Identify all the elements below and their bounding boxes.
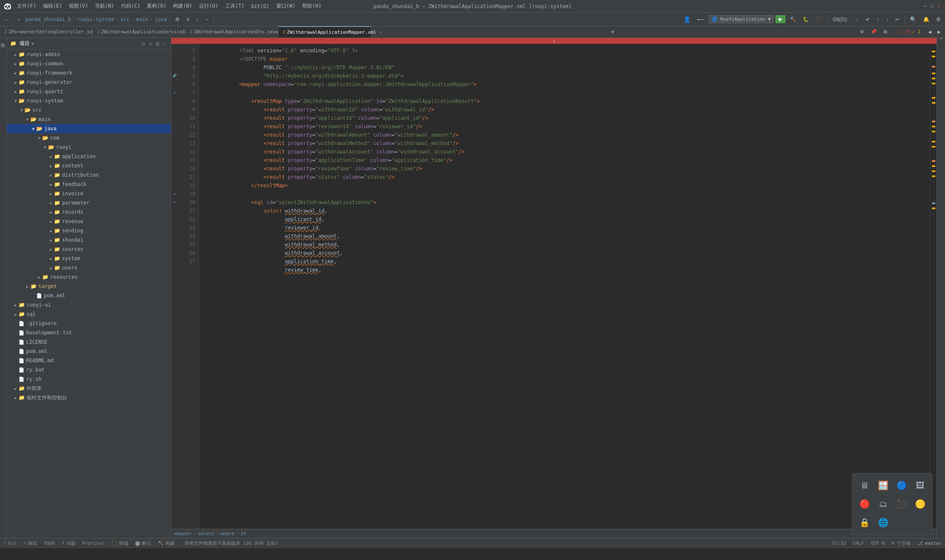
tab-ZWithdrawalApplicationServiceImpl[interactable]: J ZWithdrawalApplicationServiceImpl.java…: [93, 26, 186, 38]
menu-window[interactable]: 窗口(W): [273, 1, 299, 11]
app-selector[interactable]: 🌀 RuoYiApplication ▼: [709, 15, 774, 23]
indent[interactable]: 4 个空格: [891, 540, 911, 547]
tree-item-target[interactable]: ▶ 📁 target: [7, 282, 171, 291]
status-question[interactable]: ? 问题: [62, 540, 76, 547]
git-button[interactable]: Git(G):: [830, 15, 850, 24]
tree-item-ruoyi-generator[interactable]: ▶ 📁 ruoyi-generator: [7, 78, 171, 87]
tree-item-gitignore[interactable]: 📄 .gitignore: [7, 319, 171, 328]
tab-ZParameterSettingController[interactable]: J ZParameterSettingController.java ×: [0, 26, 93, 38]
tab-overflow[interactable]: ▼: [608, 26, 617, 38]
scroll-right[interactable]: ▶: [935, 28, 943, 36]
sidebar-dropdown[interactable]: ▼: [31, 41, 34, 46]
popup-lock[interactable]: 🔒: [856, 514, 873, 531]
code-area[interactable]: 🔗 ▼ ▼ ▼: [171, 38, 937, 529]
notification-button[interactable]: 🔔: [921, 15, 932, 24]
stop-button[interactable]: ⬛: [813, 15, 825, 24]
tree-item-records[interactable]: ▶ 📁 records: [7, 207, 171, 217]
minus-button[interactable]: −: [203, 15, 211, 24]
scroll-left[interactable]: ◀: [926, 28, 934, 36]
menu-code[interactable]: 代码(C): [118, 1, 144, 11]
tree-item-ruoyi-quartz[interactable]: ▶ 📁 ruoyi-quartz: [7, 87, 171, 96]
tree-item-temp[interactable]: ▶ 📁 临时文件和控制台: [7, 393, 171, 402]
maximize-button[interactable]: □: [929, 3, 935, 9]
menu-run[interactable]: 运行(U): [196, 1, 222, 11]
line-ending[interactable]: CRLF: [853, 540, 864, 547]
status-build[interactable]: 🔨 构建: [158, 540, 175, 547]
git-revert[interactable]: ↩: [893, 15, 902, 24]
tree-item-parameter[interactable]: ▶ 📁 parameter: [7, 198, 171, 207]
git-checkmark[interactable]: ✓: [852, 15, 861, 24]
tab-ZWithdrawalApplicationDto[interactable]: J ZWithdrawalApplicationDto.java ×: [186, 26, 278, 38]
bc-project[interactable]: panda_shundai_b: [25, 16, 71, 22]
bc-main[interactable]: main: [136, 16, 148, 22]
tree-item-external[interactable]: ▶ 📁 外部库: [7, 384, 171, 393]
build-button[interactable]: 🔨: [787, 15, 799, 24]
layout-button[interactable]: ≡: [184, 15, 192, 24]
sidebar-sync[interactable]: ⟳: [140, 40, 147, 48]
menu-tools[interactable]: 工具(T): [222, 1, 248, 11]
menu-git[interactable]: Git(G): [248, 2, 273, 11]
bc-src[interactable]: src: [121, 16, 130, 22]
popup-windows[interactable]: 🪟: [875, 477, 891, 494]
tree-item-revenue[interactable]: ▶ 📁 revenue: [7, 217, 171, 226]
tree-item-feedback[interactable]: ▶ 📁 feedback: [7, 180, 171, 189]
split-button[interactable]: ⫶: [194, 15, 201, 24]
tree-item-sql[interactable]: ▶ 📁 sql: [7, 310, 171, 319]
tree-item-development[interactable]: 📄 Development.txt: [7, 328, 171, 337]
menu-view[interactable]: 视图(V): [65, 1, 92, 11]
tab-ZWithdrawalApplicationMapper[interactable]: X ZWithdrawalApplicationMapper.xml ×: [278, 26, 371, 38]
cursor-position[interactable]: 57:32: [832, 540, 846, 547]
status-git[interactable]: ⑃ Git: [3, 541, 16, 546]
tree-item-com[interactable]: ▼ 📂 com: [7, 133, 171, 143]
debug-button[interactable]: 🐛: [800, 15, 812, 24]
settings2-button[interactable]: ⚙: [934, 15, 943, 24]
status-todo[interactable]: TODO: [44, 541, 55, 546]
tree-item-resources[interactable]: ▶ 📁 resources: [7, 272, 171, 282]
back-button[interactable]: ←: [2, 15, 12, 24]
tree-item-sending[interactable]: ▶ 📁 sending: [7, 226, 171, 235]
gutter-19[interactable]: ▼: [171, 190, 178, 198]
status-profiler[interactable]: Profiler: [82, 541, 105, 546]
tree-item-pom-root[interactable]: 📄 pom.xml: [7, 347, 171, 356]
forward-button[interactable]: →: [14, 15, 24, 24]
git-push[interactable]: ↑: [874, 15, 882, 24]
tree-item-ruoyi-system[interactable]: ▼ 📂 ruoyi-system: [7, 96, 171, 105]
git-branch[interactable]: ⎇ master: [918, 540, 942, 547]
tree-item-java[interactable]: ▼ 📂 java: [7, 124, 171, 133]
popup-web[interactable]: 🌐: [875, 514, 891, 531]
gutter-5[interactable]: 🔗: [171, 72, 178, 80]
menu-file[interactable]: 文件(F): [14, 1, 40, 11]
popup-files[interactable]: 🗂: [875, 495, 891, 512]
charset[interactable]: UTF-8: [871, 540, 885, 547]
tree-item-ruoyi-admin[interactable]: ▶ 📁 ruoyi-admin: [7, 50, 171, 59]
tree-item-ruoyi-ui[interactable]: ▶ 📁 ruoyi-ui: [7, 300, 171, 310]
sidebar-settings[interactable]: ⚙: [154, 40, 161, 48]
popup-red[interactable]: 🔴: [856, 495, 873, 512]
tree-item-main[interactable]: ▼ 📂 main: [7, 115, 171, 124]
bc-java[interactable]: java: [155, 16, 167, 22]
bc-module[interactable]: ruoyi-system: [78, 16, 114, 22]
error-stripe-top[interactable]: ⚠: [930, 38, 937, 44]
gutter-7[interactable]: ▼: [171, 89, 178, 97]
tree-item-application[interactable]: ▶ 📁 application: [7, 152, 171, 161]
menu-refactor[interactable]: 重构(O): [143, 1, 170, 11]
tree-item-ry-bat[interactable]: 📄 ry.bat: [7, 365, 171, 374]
bc-select[interactable]: select: [197, 531, 214, 536]
close-button[interactable]: ×: [936, 3, 942, 9]
tree-item-ruoyi[interactable]: ▼ 📂 ruoyi: [7, 143, 171, 152]
sidebar-collapse[interactable]: ≡: [148, 40, 153, 48]
tree-item-ry-sh[interactable]: 📄 ry.sh: [7, 374, 171, 384]
popup-bluetooth[interactable]: 🔵: [893, 477, 910, 494]
bc-mapper[interactable]: mapper: [175, 531, 192, 536]
tree-item-distribution[interactable]: ▶ 📁 distribution: [7, 170, 171, 180]
tree-item-ruoyi-common[interactable]: ▶ 📁 ruoyi-common: [7, 59, 171, 68]
tab-pin[interactable]: 📌: [868, 27, 879, 36]
search-button[interactable]: 🔍: [907, 15, 919, 24]
tree-item-src[interactable]: ▼ 📂 src: [7, 105, 171, 115]
menu-build[interactable]: 构建(B): [170, 1, 196, 11]
status-terminal[interactable]: ⬛ 终端: [111, 540, 128, 547]
minimize-button[interactable]: ─: [922, 3, 928, 9]
tab-close-icon4[interactable]: ×: [380, 30, 382, 35]
tree-item-users[interactable]: ▶ 📁 users: [7, 263, 171, 272]
code-content[interactable]: <?xml version="1.0" encoding="UTF-8" ?> …: [199, 38, 930, 529]
